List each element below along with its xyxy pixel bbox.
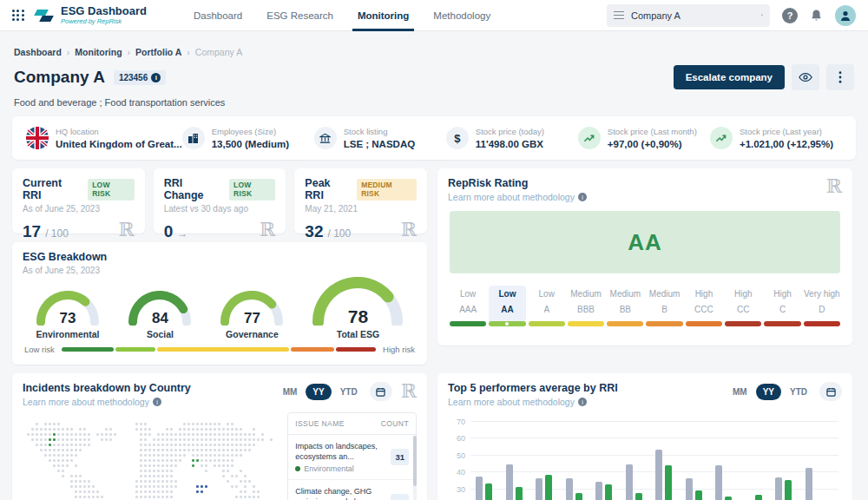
info-icon: i [578, 398, 587, 406]
issue-row[interactable]: Climate change, GHG emissions, and gl...… [288, 480, 416, 500]
info-item-hq-location: HQ locationUnited Kingdom of Great... [26, 127, 182, 149]
map-marker-blue[interactable] [196, 485, 199, 488]
bell-icon[interactable] [810, 9, 823, 23]
nav-item-esg-research[interactable]: ESG Research [254, 0, 345, 31]
top5-methodology-link[interactable]: Learn more about methodologyi [448, 397, 618, 407]
rating-segment [450, 321, 486, 326]
rating-segment [607, 321, 643, 326]
rating-segment [529, 321, 565, 326]
bar-top5-average [665, 465, 672, 500]
scrollbar-thumb[interactable] [413, 436, 417, 486]
map-marker-green[interactable] [53, 433, 56, 436]
rating-methodology-link[interactable]: Learn more about methodologyi [448, 192, 587, 202]
info-label: HQ location [56, 127, 182, 136]
toggle-yy[interactable]: YY [756, 384, 781, 400]
map-marker-green[interactable] [196, 459, 199, 462]
rating-grade: AA [489, 305, 525, 314]
info-icon[interactable]: i [151, 73, 161, 82]
rating-col-d[interactable]: Very highD [804, 286, 840, 326]
kpi-subtitle: May 21, 2021 [305, 204, 417, 214]
map-marker-blue[interactable] [196, 490, 199, 493]
rating-severity: Medium [568, 289, 604, 299]
calendar-button[interactable] [370, 382, 392, 401]
rating-col-aa[interactable]: LowAA [489, 286, 525, 326]
bar-top5-average [516, 487, 523, 500]
toggle-mm[interactable]: MM [276, 384, 305, 400]
bar-top5-average [605, 484, 612, 500]
help-icon[interactable]: ? [782, 8, 798, 23]
map-marker-green[interactable] [192, 464, 194, 467]
world-map[interactable] [23, 412, 284, 500]
rating-title: RepRisk Rating [448, 177, 587, 189]
map-marker-green[interactable] [49, 444, 51, 446]
incidents-card: Incidents breakdown by Country Learn mor… [12, 373, 427, 500]
info-icon: i [578, 193, 587, 201]
risk-badge: LOW RISK [88, 179, 135, 201]
kpi-title: Current RRI [23, 177, 82, 201]
map-marker-blue[interactable] [205, 485, 207, 488]
kpi-title: Peak RRI [305, 177, 352, 201]
issue-count: 30 [391, 494, 409, 500]
search-filter-icon[interactable] [614, 11, 624, 20]
rating-grade: D [804, 305, 840, 314]
map-marker-blue[interactable] [201, 490, 203, 493]
escalate-company-button[interactable]: Escalate company [674, 65, 785, 89]
nav-item-methodology[interactable]: Methodology [421, 0, 503, 31]
map-marker-green[interactable] [49, 438, 51, 441]
search-box[interactable] [607, 4, 770, 27]
info-value: +97,00 (+0,90%) [608, 139, 697, 149]
rating-col-c[interactable]: HighC [764, 286, 800, 326]
toggle-ytd[interactable]: YTD [783, 384, 814, 400]
company-id: 123456 [119, 73, 148, 82]
kpi-suffix: / 100 [327, 227, 351, 240]
gauge-social: 84Social [128, 291, 191, 339]
breadcrumb-item-monitoring[interactable]: Monitoring [75, 47, 122, 57]
rating-marker [505, 322, 509, 326]
rating-value-box: AA [450, 211, 840, 273]
trend-up-icon [583, 133, 595, 144]
chart-gridline [470, 438, 838, 438]
scale-segment [336, 347, 376, 352]
rating-col-b[interactable]: MediumB [646, 286, 682, 326]
breadcrumb-item-dashboard[interactable]: Dashboard [14, 47, 62, 57]
map-marker-green[interactable] [53, 438, 56, 441]
gauge-label: Social [128, 329, 191, 339]
reprisk-watermark: ℝ [260, 220, 275, 240]
info-value: 13,500 (Medium) [212, 139, 289, 149]
issue-row[interactable]: Impacts on landscapes, ecosystems an...E… [288, 435, 416, 480]
nav-item-dashboard[interactable]: Dashboard [181, 0, 254, 31]
map-marker-green[interactable] [192, 459, 194, 462]
rating-col-ccc[interactable]: HighCCC [686, 286, 722, 326]
rating-severity: Medium [607, 289, 643, 299]
apps-grid-icon[interactable] [12, 10, 24, 22]
map-marker-blue[interactable] [201, 485, 203, 488]
kpi-card-current-rri: Current RRILOW RISKAs of June 25, 202317… [12, 168, 145, 234]
kpi-title: RRI Change [164, 177, 224, 201]
rating-col-cc[interactable]: HighCC [725, 286, 761, 326]
user-avatar[interactable] [835, 5, 856, 26]
breadcrumb-separator: › [128, 47, 131, 57]
rating-severity: Low [529, 289, 565, 299]
issue-name: Climate change, GHG emissions, and gl... [295, 486, 389, 500]
bar-company [626, 464, 633, 500]
toggle-mm[interactable]: MM [726, 384, 754, 400]
search-icon[interactable] [761, 10, 763, 21]
calendar-button[interactable] [819, 382, 842, 401]
esg-risk-scale: Low risk High risk [24, 345, 415, 354]
rating-col-bb[interactable]: MediumBB [607, 286, 643, 326]
rating-col-a[interactable]: LowA [529, 286, 565, 326]
toggle-yy[interactable]: YY [306, 384, 331, 400]
toggle-ytd[interactable]: YTD [333, 384, 365, 400]
rating-col-aaa[interactable]: LowAAA [450, 286, 486, 326]
info-value: +1.021,00 (+12,95%) [740, 139, 833, 149]
incidents-methodology-link[interactable]: Learn more about methodologyi [23, 397, 191, 407]
gauge-label: Total ESG [312, 329, 403, 339]
watch-button[interactable] [792, 64, 819, 90]
more-options-button[interactable] [826, 64, 854, 90]
gauge-label: Environmental [36, 329, 100, 339]
issues-scrollbar [413, 436, 417, 500]
breadcrumb-item-portfolio-a[interactable]: Portfolio A [135, 47, 181, 57]
search-input[interactable] [631, 10, 754, 21]
nav-item-monitoring[interactable]: Monitoring [345, 0, 421, 31]
rating-col-bbb[interactable]: MediumBBB [568, 286, 604, 326]
